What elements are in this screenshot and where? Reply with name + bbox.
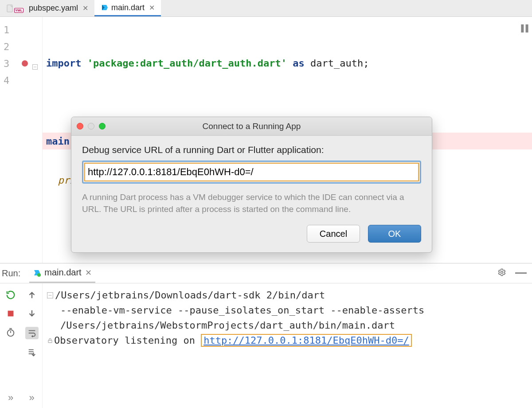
run-toolbar-right: » — [21, 283, 43, 408]
gear-icon[interactable] — [497, 268, 506, 279]
console-output[interactable]: /Users/jetbrains/Downloads/dart-sdk 2/bi… — [43, 283, 532, 408]
svg-point-6 — [37, 273, 41, 277]
svg-rect-0 — [7, 5, 12, 12]
console-text: Observatory listening on — [54, 335, 201, 346]
window-controls — [77, 123, 106, 129]
editor: 1 2 3 4 ❚❚ import 'package:dart_auth/dar… — [0, 17, 532, 263]
tab-main-dart[interactable]: main.dart ✕ — [94, 0, 161, 16]
code-line — [43, 94, 532, 110]
minimize-panel-icon[interactable]: — — [515, 266, 527, 279]
soft-wrap-icon[interactable] — [25, 327, 39, 339]
rerun-icon[interactable] — [5, 290, 16, 300]
close-icon[interactable]: ✕ — [82, 4, 88, 12]
yaml-file-icon — [6, 4, 14, 12]
scroll-to-end-icon[interactable] — [27, 347, 37, 358]
fold-icon[interactable] — [32, 61, 38, 66]
breakpoint-icon[interactable] — [22, 60, 28, 67]
gutter: 1 2 3 4 — [0, 17, 43, 263]
more-icon[interactable]: » — [29, 392, 34, 404]
zoom-window-icon[interactable] — [99, 123, 106, 129]
run-label: Run: — [2, 268, 20, 279]
line-number: 3 — [4, 58, 9, 69]
run-panel-body: » » /Users/jetbrains/Downloads/dart-sdk … — [0, 283, 532, 408]
run-toolbar-left: » — [0, 283, 21, 408]
line-number: 4 — [4, 75, 9, 86]
tab-label: main.dart — [111, 3, 145, 12]
run-tab-label: main.dart — [44, 267, 81, 278]
run-panel-header: Run: main.dart ✕ — — [0, 263, 532, 283]
stopwatch-icon[interactable] — [5, 327, 16, 337]
fold-icon[interactable] — [47, 292, 54, 298]
tab-label: pubspec.yaml — [29, 4, 78, 13]
console-line: /Users/jetbrains/WebstormProjects/dart_a… — [47, 318, 528, 333]
editor-tabs: YML pubspec.yaml ✕ main.dart ✕ — [0, 0, 532, 17]
line-number: 2 — [4, 41, 9, 52]
yaml-badge: YML — [14, 8, 23, 13]
close-icon[interactable]: ✕ — [85, 268, 92, 278]
close-icon[interactable]: ✕ — [149, 4, 155, 12]
ok-button[interactable]: OK — [368, 225, 421, 243]
svg-rect-21 — [48, 341, 52, 343]
line-number: 1 — [4, 24, 9, 35]
run-tab[interactable]: main.dart ✕ — [29, 263, 95, 283]
dialog-titlebar[interactable]: Connect to a Running App — [71, 117, 432, 136]
debug-url-input[interactable] — [84, 163, 419, 181]
svg-point-7 — [501, 271, 503, 273]
console-line: /Users/jetbrains/Downloads/dart-sdk 2/bi… — [55, 290, 325, 301]
arrow-down-icon[interactable] — [27, 308, 37, 319]
dart-run-icon — [33, 269, 41, 277]
stop-icon[interactable] — [5, 308, 16, 319]
console-line: --enable-vm-service --pause_isolates_on_… — [47, 303, 528, 318]
svg-point-9 — [8, 330, 14, 337]
connect-dialog: Connect to a Running App Debug service U… — [71, 117, 432, 253]
dart-file-icon — [101, 4, 109, 12]
lock-icon — [47, 337, 54, 344]
code-line: import 'package:dart_auth/dart_auth.dart… — [43, 55, 532, 71]
dialog-title: Connect to a Running App — [203, 122, 301, 131]
url-input-focus-ring — [82, 161, 421, 184]
dialog-help-text: A running Dart process has a VM debugger… — [82, 192, 421, 215]
pause-icon[interactable]: ❚❚ — [520, 22, 529, 33]
observatory-url-link[interactable]: http://127.0.0.1:8181/EbqE0hWH-d0=/ — [201, 334, 412, 347]
dialog-prompt: Debug service URL of a running Dart or F… — [82, 145, 421, 155]
svg-rect-8 — [8, 311, 14, 317]
tab-pubspec[interactable]: YML pubspec.yaml ✕ — [0, 0, 94, 16]
cancel-button[interactable]: Cancel — [307, 225, 360, 243]
arrow-up-icon[interactable] — [27, 290, 37, 300]
minimize-window-icon — [88, 123, 94, 129]
more-icon[interactable]: » — [8, 392, 13, 404]
close-window-icon[interactable] — [77, 123, 83, 129]
